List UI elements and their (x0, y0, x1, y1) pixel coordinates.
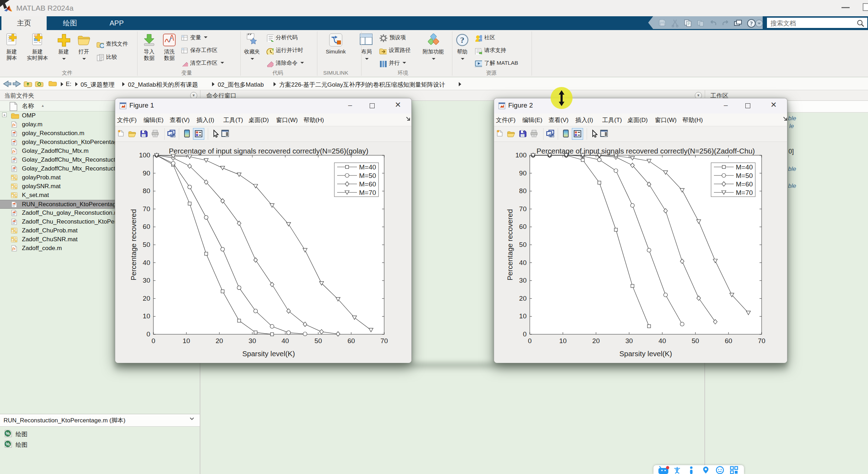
svg-text:Percentage of input signals re: Percentage of input signals recovered co… (169, 147, 369, 155)
svg-text:80: 80 (519, 187, 527, 195)
svg-text:70: 70 (519, 205, 527, 213)
svg-text:20: 20 (143, 295, 150, 302)
svg-text:0: 0 (152, 337, 156, 345)
svg-text:50: 50 (143, 241, 150, 248)
svg-text:Sparsity level(K): Sparsity level(K) (242, 349, 295, 358)
svg-text:fx: fx (12, 149, 16, 153)
svg-text:Sparsity level(K): Sparsity level(K) (619, 349, 672, 358)
svg-text:40: 40 (282, 337, 289, 345)
svg-text:30: 30 (248, 337, 256, 345)
svg-text:10: 10 (559, 337, 567, 345)
svg-text:100: 100 (139, 151, 150, 159)
svg-text:90: 90 (519, 169, 527, 177)
svg-text:90: 90 (143, 169, 150, 177)
svg-text:70: 70 (143, 205, 150, 213)
svg-text:Percentage recovered: Percentage recovered (129, 209, 137, 281)
svg-text:%: % (6, 431, 10, 436)
svg-text:70: 70 (380, 337, 388, 345)
svg-text:80: 80 (143, 187, 150, 195)
svg-text:40: 40 (143, 259, 150, 266)
svg-text:M=70: M=70 (359, 189, 376, 196)
svg-text:Percentage recovered: Percentage recovered (506, 209, 514, 281)
svg-text:M=70: M=70 (736, 189, 753, 196)
svg-text:60: 60 (725, 337, 732, 345)
svg-text:30: 30 (626, 337, 633, 345)
svg-text:20: 20 (592, 337, 600, 345)
svg-text:M=60: M=60 (736, 180, 753, 188)
svg-text:M=50: M=50 (736, 172, 753, 179)
svg-text:30: 30 (143, 277, 150, 284)
svg-text:100: 100 (515, 151, 527, 159)
svg-text:20: 20 (216, 337, 223, 345)
svg-text:M=50: M=50 (359, 172, 376, 179)
svg-text:30: 30 (519, 277, 527, 284)
svg-text:10: 10 (519, 312, 527, 320)
svg-text:M=60: M=60 (359, 180, 376, 188)
svg-text:fx: fx (12, 246, 16, 250)
svg-text:50: 50 (692, 337, 699, 345)
svg-text:40: 40 (519, 259, 527, 266)
svg-text:0: 0 (523, 330, 527, 338)
svg-text:40: 40 (658, 337, 666, 345)
svg-text:10: 10 (183, 337, 190, 345)
svg-text:M=40: M=40 (359, 163, 376, 171)
svg-text:%: % (6, 441, 10, 447)
svg-text:20: 20 (519, 295, 527, 302)
svg-text:0: 0 (146, 330, 150, 338)
svg-text:?: ? (460, 35, 464, 45)
svg-text:fx: fx (12, 122, 16, 127)
svg-text:?: ? (750, 21, 753, 27)
svg-text:10: 10 (143, 312, 150, 320)
svg-text:Percentage of input signals re: Percentage of input signals recovered co… (536, 147, 755, 155)
svg-text:60: 60 (519, 223, 527, 230)
svg-text:60: 60 (143, 223, 150, 230)
svg-text:0: 0 (528, 337, 532, 345)
svg-text:50: 50 (315, 337, 322, 345)
svg-text:60: 60 (347, 337, 355, 345)
svg-text:70: 70 (758, 337, 765, 345)
svg-text:50: 50 (519, 241, 527, 248)
svg-text:M=40: M=40 (736, 163, 753, 171)
